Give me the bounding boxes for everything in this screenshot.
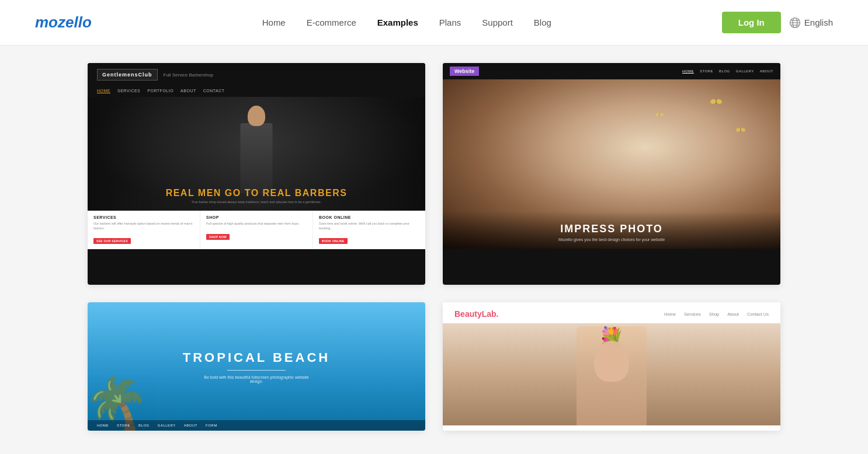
nav-support[interactable]: Support bbox=[482, 18, 513, 27]
photo-hero: IMPRESS PHOTO Mozello gives you the best… bbox=[443, 79, 780, 249]
main-nav: Home E-commerce Examples Plans Support B… bbox=[262, 18, 551, 27]
beauty-nav-home: Home bbox=[664, 312, 676, 317]
butterfly-2 bbox=[736, 126, 745, 134]
tropical-nav-about: ABOUT bbox=[184, 424, 197, 427]
barbershop-service-2: SHOP Full spectre of high quality produc… bbox=[200, 211, 313, 249]
beauty-nav-contact: Contact Us bbox=[747, 312, 769, 317]
nav-plans[interactable]: Plans bbox=[439, 18, 461, 27]
svg-point-9 bbox=[740, 127, 745, 132]
photo-overlay: IMPRESS PHOTO Mozello gives you the best… bbox=[443, 211, 780, 249]
svg-point-6 bbox=[716, 99, 722, 105]
barbershop-nav-services: SERVICES bbox=[117, 89, 140, 93]
tropical-nav-form: FORM bbox=[206, 424, 217, 427]
photo-nav-about: ABOUT bbox=[760, 69, 773, 74]
barbershop-nav: HOME SERVICES PORTFOLIO ABOUT CONTACT bbox=[88, 86, 425, 97]
nav-examples[interactable]: Examples bbox=[377, 18, 418, 27]
service-text-2: Full spectre of high quality products th… bbox=[206, 222, 307, 226]
barbershop-headline-block: REAL MEN GO TO REAL BARBERS True barber … bbox=[88, 188, 425, 204]
beauty-nav-about: About bbox=[727, 312, 739, 317]
language-selector[interactable]: English bbox=[789, 17, 833, 29]
barbershop-nav-contact: CONTACT bbox=[203, 89, 225, 93]
globe-icon bbox=[789, 17, 801, 29]
tropical-bottom-nav: HOME STORE BLOG GALLERY ABOUT FORM bbox=[88, 420, 425, 431]
tropical-nav-gallery: GALLERY bbox=[158, 424, 176, 427]
barbershop-hero: REAL MEN GO TO REAL BARBERS True barber … bbox=[88, 97, 425, 211]
svg-point-11 bbox=[655, 113, 660, 117]
site-header: mozello Home E-commerce Examples Plans S… bbox=[0, 0, 868, 46]
header-right: Log In English bbox=[722, 12, 833, 33]
beauty-nav: Home Services Shop About Contact Us bbox=[664, 312, 769, 317]
tropical-divider bbox=[227, 370, 286, 371]
gallery-item-photo[interactable]: Website HOME STORE BLOG GALLERY ABOUT bbox=[443, 63, 780, 285]
service-btn-1[interactable]: SEE OUR SERVICES bbox=[93, 238, 131, 244]
tropical-title: TROPICAL BEACH bbox=[183, 350, 330, 365]
gallery-item-beauty[interactable]: BeautyLab. Home Services Shop About Cont… bbox=[443, 302, 780, 431]
service-text-3: Save time and book online. We'll call yo… bbox=[319, 222, 419, 231]
logo[interactable]: mozello bbox=[35, 13, 92, 32]
barbershop-nav-about: ABOUT bbox=[180, 89, 196, 93]
barbershop-tagline: Full Service Barbershop bbox=[164, 72, 213, 78]
photo-nav-store: STORE bbox=[700, 69, 713, 74]
svg-point-12 bbox=[659, 113, 664, 117]
butterfly-1 bbox=[710, 97, 722, 106]
tropical-subtitle: Be bold with this beautiful fullscreen p… bbox=[198, 375, 315, 383]
tropical-nav-blog: BLOG bbox=[138, 424, 150, 427]
photo-preview: Website HOME STORE BLOG GALLERY ABOUT bbox=[443, 63, 780, 285]
service-btn-2[interactable]: SHOP NOW bbox=[206, 234, 230, 240]
photo-nav-home: HOME bbox=[682, 69, 694, 74]
barbershop-service-1: SERVICES Our barbers will offer hairstyl… bbox=[88, 211, 200, 249]
butterfly-3 bbox=[655, 111, 664, 118]
nav-ecommerce[interactable]: E-commerce bbox=[307, 18, 356, 27]
barbershop-service-3: BOOK ONLINE Save time and book online. W… bbox=[313, 211, 425, 249]
photo-sub: Mozello gives you the best design choice… bbox=[452, 238, 771, 242]
main-content: GentlemensClub Full Service Barbershop H… bbox=[0, 46, 868, 454]
service-title-1: SERVICES bbox=[93, 215, 194, 219]
photo-main-title: IMPRESS PHOTO bbox=[452, 223, 771, 235]
barbershop-nav-home: HOME bbox=[97, 89, 110, 93]
service-title-3: BOOK ONLINE bbox=[319, 215, 419, 219]
service-text-1: Our barbers will offer hairstyle option … bbox=[93, 222, 194, 231]
barbershop-header: GentlemensClub Full Service Barbershop bbox=[88, 63, 425, 86]
svg-point-8 bbox=[736, 127, 741, 132]
photo-nav-gallery: GALLERY bbox=[736, 69, 754, 74]
photo-header: Website HOME STORE BLOG GALLERY ABOUT bbox=[443, 63, 780, 79]
tropical-preview: 🌴 TROPICAL BEACH Be bold with this beaut… bbox=[88, 302, 425, 431]
beauty-preview: BeautyLab. Home Services Shop About Cont… bbox=[443, 302, 780, 425]
beauty-nav-services: Services bbox=[684, 312, 701, 317]
nav-home[interactable]: Home bbox=[262, 18, 286, 27]
barbershop-nav-portfolio: PORTFOLIO bbox=[147, 89, 173, 93]
photo-website-badge: Website bbox=[450, 67, 479, 76]
tropical-text-block: TROPICAL BEACH Be bold with this beautif… bbox=[88, 302, 425, 431]
service-btn-3[interactable]: BOOK ONLINE bbox=[319, 238, 348, 244]
beauty-nav-shop: Shop bbox=[709, 312, 720, 317]
gallery-grid: GentlemensClub Full Service Barbershop H… bbox=[88, 63, 780, 431]
gallery-item-barbershop[interactable]: GentlemensClub Full Service Barbershop H… bbox=[88, 63, 425, 285]
login-button[interactable]: Log In bbox=[722, 12, 781, 33]
barbershop-main-title: REAL MEN GO TO REAL BARBERS bbox=[88, 188, 425, 198]
beauty-header: BeautyLab. Home Services Shop About Cont… bbox=[443, 302, 780, 323]
tropical-nav-home: HOME bbox=[97, 424, 109, 427]
photo-nav-blog: BLOG bbox=[719, 69, 730, 74]
barbershop-logo-badge: GentlemensClub bbox=[97, 69, 158, 81]
tropical-nav-store: STORE bbox=[117, 424, 130, 427]
gallery-item-tropical[interactable]: 🌴 TROPICAL BEACH Be bold with this beaut… bbox=[88, 302, 425, 431]
barbershop-sub: True barber shop should always keep trad… bbox=[88, 200, 425, 204]
barbershop-preview: GentlemensClub Full Service Barbershop H… bbox=[88, 63, 425, 285]
photo-header-nav: HOME STORE BLOG GALLERY ABOUT bbox=[682, 69, 773, 74]
beauty-hero: 💐 bbox=[443, 323, 780, 425]
service-title-2: SHOP bbox=[206, 215, 307, 219]
barbershop-services: SERVICES Our barbers will offer hairstyl… bbox=[88, 211, 425, 249]
nav-blog[interactable]: Blog bbox=[534, 18, 551, 27]
language-label: English bbox=[804, 18, 833, 27]
svg-point-5 bbox=[710, 99, 717, 105]
beauty-logo: BeautyLab. bbox=[454, 309, 498, 319]
